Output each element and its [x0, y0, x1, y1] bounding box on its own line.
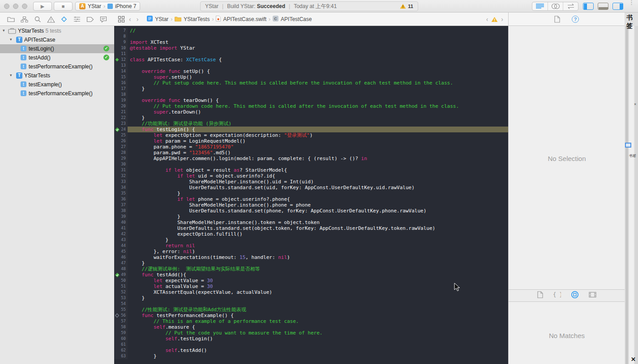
- code-line[interactable]: 7//: [114, 28, 508, 34]
- test-tree-row[interactable]: ▾TAPITestCase: [0, 35, 114, 44]
- code-line[interactable]: 13: [114, 63, 508, 68]
- test-tree-row[interactable]: ttestPerformanceExample(): [0, 89, 114, 98]
- file-template-library-icon[interactable]: [537, 291, 543, 300]
- test-tree-row[interactable]: ▾YStarTests 5 tests: [0, 26, 114, 35]
- stop-button[interactable]: ■: [54, 2, 73, 11]
- zoom-window-button[interactable]: [22, 4, 27, 9]
- code-line[interactable]: 25 let expectOption = expectation(descri…: [114, 132, 508, 138]
- forward-button[interactable]: ›: [135, 16, 140, 23]
- code-line[interactable]: 37 ShareModelHelper.instance().phone = p…: [114, 202, 508, 208]
- code-line[interactable]: 9import XCTest: [114, 39, 508, 45]
- code-line[interactable]: 27 param.phone = "18657195470": [114, 144, 508, 150]
- disclosure-triangle-icon[interactable]: ▾: [10, 37, 12, 42]
- breadcrumb-item[interactable]: YStarTests: [175, 16, 210, 23]
- code-line[interactable]: 56 func testPerformanceExample() {: [114, 313, 508, 318]
- minimize-window-button[interactable]: [13, 4, 18, 9]
- code-snippet-library-icon[interactable]: { }: [553, 292, 561, 300]
- debug-navigator-icon[interactable]: [73, 16, 81, 22]
- code-line[interactable]: 15 super.setUp(): [114, 74, 508, 80]
- version-editor-button[interactable]: [563, 2, 578, 10]
- small-close-icon[interactable]: ×: [634, 102, 636, 106]
- code-line[interactable]: 39 }: [114, 214, 508, 220]
- code-line[interactable]: 51 let actualValue = 30: [114, 284, 508, 289]
- test-passed-icon[interactable]: ✓: [103, 55, 109, 60]
- code-line[interactable]: 45 }, error: nil): [114, 249, 508, 254]
- code-line[interactable]: 58 self.measure {: [114, 324, 508, 330]
- media-library-icon[interactable]: [589, 292, 596, 300]
- find-navigator-icon[interactable]: [34, 16, 41, 23]
- warning-icon[interactable]: [491, 17, 498, 22]
- report-navigator-icon[interactable]: [100, 16, 107, 23]
- debug-area-toggle[interactable]: [598, 3, 608, 10]
- code-line[interactable]: 35 }: [114, 190, 508, 196]
- code-line[interactable]: 20 // Put teardown code here. This metho…: [114, 103, 508, 109]
- test-passed-icon[interactable]: ✓: [103, 46, 109, 51]
- standard-editor-button[interactable]: [532, 2, 548, 10]
- previous-issue-button[interactable]: ‹: [485, 16, 490, 23]
- code-line[interactable]: 40 ShareModelHelper.instance().token = o…: [114, 220, 508, 225]
- related-items-icon[interactable]: [118, 16, 125, 23]
- code-line[interactable]: 32 if let uid = object.userinfo?.id{: [114, 173, 508, 179]
- code-line[interactable]: 36 if let phone = object.userinfo?.phone…: [114, 196, 508, 202]
- disclosure-triangle-icon[interactable]: ▾: [3, 28, 5, 33]
- code-line[interactable]: 47 }: [114, 260, 508, 266]
- disclosure-triangle-icon[interactable]: ▾: [10, 73, 12, 77]
- test-tree-row[interactable]: ttestPerformanceExample(): [0, 62, 114, 71]
- code-line[interactable]: 62 self.testAdd(): [114, 347, 508, 353]
- source-editor[interactable]: 7//89import XCTest10@testable import YSt…: [114, 26, 508, 364]
- code-line[interactable]: 57 // This is an example of a performanc…: [114, 318, 508, 324]
- breadcrumb-item[interactable]: YStar: [147, 16, 168, 23]
- back-button[interactable]: ‹: [128, 16, 133, 23]
- code-line[interactable]: 34 UserDefaults.standard.set(uid, forKey…: [114, 185, 508, 190]
- utilities-panel-toggle[interactable]: [612, 3, 623, 10]
- code-line[interactable]: 48 //逻辑测试举例: 测试期望结果与实际结果是否相等: [114, 266, 508, 272]
- code-line[interactable]: 41 UserDefaults.standard.set(object.toke…: [114, 225, 508, 231]
- code-line[interactable]: 14 override func setUp() {: [114, 68, 508, 74]
- test-tree-row[interactable]: ttestExample(): [0, 80, 114, 89]
- code-line[interactable]: 22 }: [114, 115, 508, 121]
- test-navigator-icon[interactable]: [60, 16, 68, 23]
- test-tree-row[interactable]: ttestAdd()✓: [0, 53, 114, 62]
- code-line[interactable]: 16 // Put setup code here. This method i…: [114, 80, 508, 86]
- code-line[interactable]: 44 return nil: [114, 243, 508, 249]
- code-line[interactable]: 23 //功能测试: 测试登录功能 (异步测试): [114, 121, 508, 127]
- quick-help-inspector-icon[interactable]: ?: [572, 16, 579, 23]
- code-line[interactable]: 28 param.pwd = "123456".md5(): [114, 150, 508, 156]
- code-line[interactable]: 59 // Put the code you want to measure t…: [114, 330, 508, 336]
- issue-navigator-icon[interactable]: [47, 16, 55, 23]
- code-line[interactable]: 60 self.testLogin(): [114, 336, 508, 342]
- toolbar-overflow-icon[interactable]: ⋮: [629, 1, 634, 4]
- object-library-icon[interactable]: [571, 291, 579, 301]
- run-button[interactable]: ▶: [33, 2, 52, 11]
- code-line[interactable]: 21 super.tearDown(): [114, 109, 508, 115]
- assistant-editor-button[interactable]: [548, 2, 563, 10]
- code-line[interactable]: 43 }: [114, 237, 508, 243]
- project-navigator-icon[interactable]: [7, 16, 15, 22]
- code-line[interactable]: 26 let param = LoginRequestModel(): [114, 138, 508, 144]
- code-line[interactable]: 52 XCTAssertEqual(expectValue, actualVal…: [114, 289, 508, 295]
- breadcrumb-item[interactable]: CAPITestCase: [273, 16, 312, 23]
- close-window-button[interactable]: [4, 4, 9, 9]
- code-line[interactable]: 55 //性能测试: 测试登录功能和Add方法性能表现: [114, 307, 508, 313]
- code-line[interactable]: 17 }: [114, 86, 508, 92]
- code-line[interactable]: 42 expectOption.fulfill(): [114, 231, 508, 237]
- code-line[interactable]: 54: [114, 301, 508, 307]
- code-line[interactable]: 63 }: [114, 353, 508, 359]
- code-line[interactable]: 38 UserDefaults.standard.set(phone, forK…: [114, 208, 508, 214]
- scheme-selector[interactable]: A YStar › iPhone 7: [75, 2, 140, 11]
- code-line[interactable]: 30: [114, 161, 508, 167]
- code-line[interactable]: 24 func testLogin() {: [114, 127, 508, 132]
- close-icon[interactable]: ✕: [631, 356, 636, 363]
- code-line[interactable]: 11: [114, 51, 508, 57]
- code-line[interactable]: 10@testable import YStar: [114, 45, 508, 51]
- symbol-navigator-icon[interactable]: [21, 16, 28, 23]
- code-line[interactable]: 19 override func tearDown() {: [114, 97, 508, 103]
- code-line[interactable]: 18: [114, 92, 508, 97]
- next-issue-button[interactable]: ›: [500, 16, 505, 23]
- warning-counter[interactable]: 11: [400, 4, 413, 9]
- test-tree-row[interactable]: ▾TYStarTests: [0, 71, 114, 80]
- code-line[interactable]: 8: [114, 34, 508, 39]
- code-line[interactable]: 31 if let object = result as? StarUserMo…: [114, 167, 508, 173]
- code-line[interactable]: 61: [114, 342, 508, 347]
- breadcrumb-item[interactable]: APITestCase.swift: [216, 16, 266, 23]
